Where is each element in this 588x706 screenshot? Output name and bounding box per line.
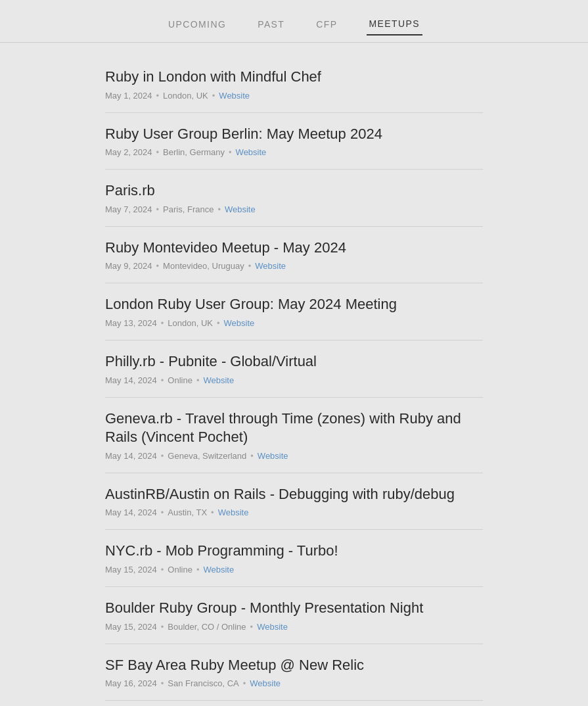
meetup-location: Paris, France [163,204,214,214]
tab-meetups[interactable]: MEETUPS [367,13,422,35]
meetup-website-link[interactable]: Website [250,678,281,688]
meetup-website-link[interactable]: Website [203,565,234,575]
meetup-item: SF Bay Area Ruby Meetup @ New RelicMay 1… [105,644,483,701]
meetup-website-link[interactable]: Website [255,261,286,271]
separator-icon: • [161,622,164,632]
meetup-item: AustinRB/Austin on Rails - Debugging wit… [105,473,483,530]
meetup-meta: May 2, 2024•Berlin, Germany•Website [105,147,483,157]
meetup-website-link[interactable]: Website [236,147,267,157]
meetup-date: May 14, 2024 [105,375,157,385]
meetup-title: Paris.rb [105,181,483,200]
separator-icon: • [248,261,252,271]
meetup-meta: May 7, 2024•Paris, France•Website [105,204,483,214]
meetup-website-link[interactable]: Website [219,91,250,101]
separator-icon: • [212,91,215,101]
meetup-website-link[interactable]: Website [203,375,234,385]
meetup-title: AustinRB/Austin on Rails - Debugging wit… [105,485,483,504]
meetup-title: Ruby Montevideo Meetup - May 2024 [105,239,483,258]
meetup-meta: May 13, 2024•London, UK•Website [105,318,483,328]
meetup-meta: May 15, 2024•Boulder, CO / Online•Websit… [105,622,483,632]
separator-icon: • [161,565,164,575]
meetup-list: Ruby in London with Mindful ChefMay 1, 2… [0,43,588,706]
separator-icon: • [161,678,164,688]
meetup-location: Boulder, CO / Online [168,622,246,632]
meetup-date: May 9, 2024 [105,261,152,271]
meetup-meta: May 14, 2024•Online•Website [105,375,483,385]
meetup-title: NYC.rb - Mob Programming - Turbo! [105,542,483,561]
meetup-location: Austin, TX [168,507,207,517]
meetup-location: Montevideo, Uruguay [163,261,244,271]
meetup-date: May 7, 2024 [105,204,152,214]
meetup-item: Paris.rbMay 7, 2024•Paris, France•Websit… [105,170,483,227]
meetup-meta: May 14, 2024•Geneva, Switzerland•Website [105,451,483,461]
separator-icon: • [161,318,164,328]
separator-icon: • [196,565,200,575]
meetup-location: Geneva, Switzerland [168,451,246,461]
separator-icon: • [161,451,164,461]
separator-icon: • [229,147,232,157]
meetup-location: London, UK [168,318,213,328]
meetup-meta: May 1, 2024•London, UK•Website [105,91,483,101]
meetup-date: May 15, 2024 [105,622,157,632]
nav-tabs: UPCOMINGPASTCFPMEETUPS [166,13,422,35]
meetup-title: Philly.rb - Pubnite - Global/Virtual [105,352,483,371]
tab-past[interactable]: PAST [255,14,287,35]
separator-icon: • [217,204,221,214]
meetup-item: London Ruby User Group: May 2024 Meeting… [105,283,483,341]
separator-icon: • [161,375,164,385]
separator-icon: • [250,622,254,632]
meetup-item: Ruby Montevideo Meetup - May 2024May 9, … [105,227,483,284]
meetup-item: Ruby AI Happy HourMay 22, 2024•New York,… [105,701,483,706]
meetup-location: San Francisco, CA [168,678,238,688]
meetup-date: May 2, 2024 [105,147,152,157]
meetup-website-link[interactable]: Website [225,204,256,214]
meetup-title: SF Bay Area Ruby Meetup @ New Relic [105,656,483,675]
meetup-item: Geneva.rb - Travel through Time (zones) … [105,398,483,473]
meetup-date: May 1, 2024 [105,91,152,101]
meetup-title: Boulder Ruby Group - Monthly Presentatio… [105,599,483,618]
separator-icon: • [250,451,254,461]
tab-cfp[interactable]: CFP [313,14,340,35]
meetup-meta: May 14, 2024•Austin, TX•Website [105,507,483,517]
nav-bar: UPCOMINGPASTCFPMEETUPS [0,0,588,42]
tab-upcoming[interactable]: UPCOMING [166,14,229,35]
meetup-website-link[interactable]: Website [224,318,255,328]
separator-icon: • [211,507,214,517]
separator-icon: • [156,204,160,214]
meetup-meta: May 16, 2024•San Francisco, CA•Website [105,678,483,688]
separator-icon: • [243,678,246,688]
meetup-website-link[interactable]: Website [258,451,288,461]
separator-icon: • [156,147,160,157]
meetup-title: Geneva.rb - Travel through Time (zones) … [105,410,483,447]
meetup-title: London Ruby User Group: May 2024 Meeting [105,295,483,314]
meetup-location: Online [168,565,192,575]
meetup-location: London, UK [163,91,208,101]
meetup-website-link[interactable]: Website [218,507,249,517]
meetup-date: May 13, 2024 [105,318,157,328]
meetup-meta: May 15, 2024•Online•Website [105,565,483,575]
meetup-date: May 15, 2024 [105,565,157,575]
separator-icon: • [161,507,164,517]
separator-icon: • [217,318,220,328]
meetup-date: May 14, 2024 [105,451,157,461]
meetup-website-link[interactable]: Website [257,622,288,632]
meetup-item: Boulder Ruby Group - Monthly Presentatio… [105,587,483,644]
meetup-item: Ruby User Group Berlin: May Meetup 2024M… [105,113,483,170]
separator-icon: • [196,375,200,385]
meetup-meta: May 9, 2024•Montevideo, Uruguay•Website [105,261,483,271]
meetup-item: Philly.rb - Pubnite - Global/VirtualMay … [105,341,483,398]
meetup-title: Ruby in London with Mindful Chef [105,68,483,87]
separator-icon: • [156,261,160,271]
meetup-item: NYC.rb - Mob Programming - Turbo!May 15,… [105,530,483,587]
meetup-date: May 16, 2024 [105,678,157,688]
meetup-item: Ruby in London with Mindful ChefMay 1, 2… [105,56,483,113]
meetup-date: May 14, 2024 [105,507,157,517]
meetup-location: Online [168,375,192,385]
separator-icon: • [156,91,160,101]
meetup-title: Ruby User Group Berlin: May Meetup 2024 [105,125,483,144]
meetup-location: Berlin, Germany [163,147,225,157]
